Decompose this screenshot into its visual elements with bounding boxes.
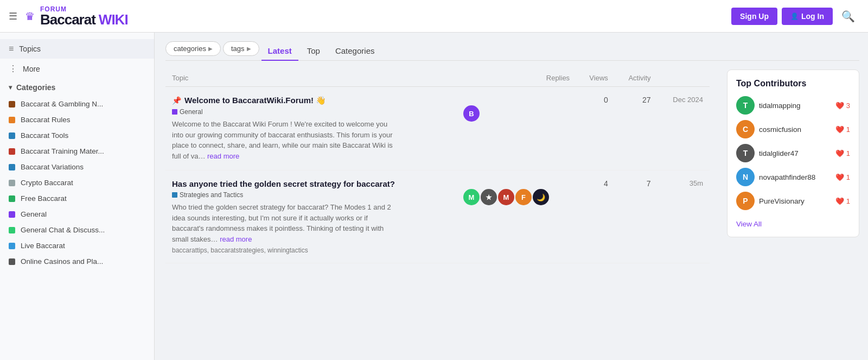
main-layout: ≡ Topics ⋮ More ▾ Categories Baccarat & … xyxy=(0,33,868,360)
sidebar-category-item[interactable]: Live Baccarat xyxy=(0,238,154,254)
tab-latest[interactable]: Latest xyxy=(261,42,298,61)
contributor-hearts: ❤️ 1 xyxy=(835,149,850,157)
contributors-card: Top Contributors T tidalmapping ❤️ 3 C c… xyxy=(727,70,859,237)
col-topic: Topic xyxy=(165,70,457,87)
sidebar-category-item[interactable]: Online Casinos and Pla... xyxy=(0,254,154,269)
sidebar-category-item[interactable]: Crypto Baccarat xyxy=(0,175,154,191)
sidebar-category-item[interactable]: Baccarat Training Mater... xyxy=(0,143,154,159)
contributors-list: T tidalmapping ❤️ 3 C cosmicfusion ❤️ 1 … xyxy=(736,96,850,210)
sidebar-item-topics[interactable]: ≡ Topics xyxy=(0,39,154,59)
avatar: M xyxy=(463,189,480,205)
tab-top[interactable]: Top xyxy=(301,42,327,61)
contributor-avatar: P xyxy=(736,192,755,210)
contributor-name[interactable]: tidalmapping xyxy=(759,102,831,110)
avatar: B xyxy=(463,105,480,122)
contributor-avatar: C xyxy=(736,120,755,138)
topic-category: Strategies and Tactics xyxy=(172,191,243,199)
sidebar-category-item[interactable]: Baccarat Variations xyxy=(0,159,154,175)
contributor-row: C cosmicfusion ❤️ 1 xyxy=(736,120,850,138)
contributor-avatar: T xyxy=(736,96,755,115)
sidebar-category-item[interactable]: General Chat & Discuss... xyxy=(0,222,154,238)
contributor-name[interactable]: novapathfinder88 xyxy=(759,173,831,181)
topic-tags: baccarattips, baccaratstrategies, winnin… xyxy=(172,247,450,254)
topic-title: 📌Welcome to BaccaratWiki.Forum! 👋 xyxy=(172,96,450,105)
contributor-name[interactable]: PureVisionary xyxy=(759,197,831,205)
category-list: Baccarat & Gambling N...Baccarat RulesBa… xyxy=(0,96,154,269)
logo: ♛ FORUM Baccarat WIKI xyxy=(25,6,731,27)
topic-excerpt: Who tried the golden secret strategy for… xyxy=(172,202,400,244)
categories-pill-label: categories xyxy=(174,45,206,53)
col-activity: Activity xyxy=(615,70,658,87)
contributor-hearts: ❤️ 1 xyxy=(835,173,850,181)
sidebar-category-item[interactable]: Baccarat Rules xyxy=(0,112,154,128)
sidebar-more-label: More xyxy=(23,65,40,73)
topic-excerpt: Welcome to the Baccarat Wiki Forum ! We'… xyxy=(172,119,400,161)
topic-cell: 📌Welcome to BaccaratWiki.Forum! 👋 Genera… xyxy=(165,87,457,170)
avatars-cell: B xyxy=(457,87,576,170)
header-actions: Sign Up Log In 🔍 xyxy=(731,8,859,25)
sidebar-topics-label: Topics xyxy=(19,45,41,53)
tags-pill-label: tags xyxy=(231,45,245,53)
contributor-row: P PureVisionary ❤️ 1 xyxy=(736,192,850,210)
contributor-hearts: ❤️ 1 xyxy=(835,125,850,134)
contributor-name[interactable]: tidalglider47 xyxy=(759,149,831,157)
read-more-link[interactable]: read more xyxy=(220,235,252,243)
logo-wiki-text: WIKI xyxy=(99,12,128,27)
topics-table: Topic Replies Views Activity 📌Welcome to… xyxy=(165,70,710,263)
tags-pill[interactable]: tags ▶ xyxy=(223,41,259,56)
topic-category: General xyxy=(172,108,203,116)
tags-pill-arrow: ▶ xyxy=(247,46,251,52)
topics-section: Topic Replies Views Activity 📌Welcome to… xyxy=(165,70,710,263)
avatar: F xyxy=(515,189,532,205)
more-dots-icon: ⋮ xyxy=(9,64,17,74)
sidebar-category-item[interactable]: General xyxy=(0,206,154,222)
sidebar-category-item[interactable]: Baccarat & Gambling N... xyxy=(0,96,154,112)
activity-cell: 35m xyxy=(658,170,710,263)
contributor-avatar: N xyxy=(736,168,755,186)
categories-pill[interactable]: categories ▶ xyxy=(165,41,221,56)
contributor-hearts: ❤️ 3 xyxy=(835,102,850,110)
tab-categories[interactable]: Categories xyxy=(329,42,381,61)
category-color-square xyxy=(172,109,177,115)
hamburger-menu[interactable]: ☰ xyxy=(9,10,17,22)
sidebar-item-more[interactable]: ⋮ More xyxy=(0,59,154,79)
replies-cell: 4 xyxy=(576,170,615,263)
col-views: Views xyxy=(576,70,615,87)
category-color-square xyxy=(172,192,177,198)
avatar: 🌙 xyxy=(533,189,549,205)
avatar: ★ xyxy=(481,189,497,205)
signup-button[interactable]: Sign Up xyxy=(731,8,777,25)
sidebar-category-item[interactable]: Free Baccarat xyxy=(0,191,154,206)
sidebar-categories-section[interactable]: ▾ Categories xyxy=(0,79,154,96)
col-replies: Replies xyxy=(457,70,576,87)
contributor-row: T tidalmapping ❤️ 3 xyxy=(736,96,850,115)
logo-baccarat-text: Baccarat xyxy=(40,12,95,27)
view-all-link[interactable]: View All xyxy=(736,220,762,228)
replies-cell: 0 xyxy=(576,87,615,170)
contributors-title: Top Contributors xyxy=(736,79,850,89)
main-content: categories ▶ tags ▶ Latest Top Categorie… xyxy=(155,33,868,360)
avatar: M xyxy=(498,189,514,205)
categories-pill-arrow: ▶ xyxy=(208,46,213,52)
search-button[interactable]: 🔍 xyxy=(837,8,859,25)
read-more-link[interactable]: read more xyxy=(207,152,239,160)
header: ☰ ♛ FORUM Baccarat WIKI Sign Up Log In 🔍 xyxy=(0,0,868,33)
sidebar-categories-label: Categories xyxy=(16,83,55,92)
content-area: Topic Replies Views Activity 📌Welcome to… xyxy=(165,70,859,263)
contributor-name[interactable]: cosmicfusion xyxy=(759,125,831,134)
topic-cell: Has anyone tried the golden secret strat… xyxy=(165,170,457,263)
topic-title-link[interactable]: Has anyone tried the golden secret strat… xyxy=(172,179,395,188)
views-cell: 27 xyxy=(615,87,658,170)
chevron-down-icon: ▾ xyxy=(9,84,12,91)
pin-icon: 📌 xyxy=(172,96,181,105)
activity-cell: Dec 2024 xyxy=(658,87,710,170)
right-panel: Top Contributors T tidalmapping ❤️ 3 C c… xyxy=(718,70,859,263)
sidebar: ≡ Topics ⋮ More ▾ Categories Baccarat & … xyxy=(0,33,155,360)
topic-title-link[interactable]: Welcome to BaccaratWiki.Forum! 👋 xyxy=(184,96,326,105)
layers-icon: ≡ xyxy=(9,44,14,54)
tab-bar: categories ▶ tags ▶ Latest Top Categorie… xyxy=(165,41,859,61)
login-button[interactable]: Log In xyxy=(782,8,833,25)
crown-icon: ♛ xyxy=(25,10,35,23)
sidebar-category-item[interactable]: Baccarat Tools xyxy=(0,128,154,143)
contributor-row: T tidalglider47 ❤️ 1 xyxy=(736,144,850,162)
